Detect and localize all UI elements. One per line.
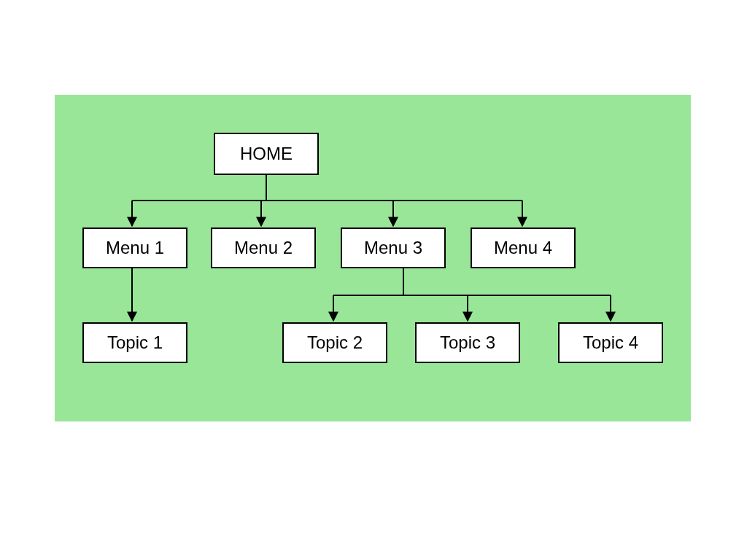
node-topic-1-label: Topic 1 [107, 332, 163, 353]
node-topic-3-label: Topic 3 [440, 332, 495, 353]
node-topic-4: Topic 4 [558, 322, 663, 363]
node-menu-2-label: Menu 2 [234, 238, 293, 258]
node-topic-3: Topic 3 [415, 322, 520, 363]
node-home-label: HOME [240, 144, 293, 164]
node-topic-1: Topic 1 [82, 322, 187, 363]
node-menu-3-label: Menu 3 [364, 238, 422, 258]
node-menu-4: Menu 4 [471, 228, 576, 268]
node-menu-1-label: Menu 1 [106, 238, 164, 258]
node-menu-2: Menu 2 [211, 228, 316, 268]
node-topic-4-label: Topic 4 [583, 332, 638, 353]
node-menu-4-label: Menu 4 [494, 238, 552, 258]
node-topic-2-label: Topic 2 [307, 332, 363, 353]
node-topic-2: Topic 2 [282, 322, 387, 363]
node-menu-3: Menu 3 [341, 228, 446, 268]
node-menu-1: Menu 1 [82, 228, 187, 268]
node-home: HOME [214, 133, 319, 175]
diagram-canvas: HOME Menu 1 Menu 2 Menu 3 Menu 4 Topic 1… [55, 95, 691, 421]
